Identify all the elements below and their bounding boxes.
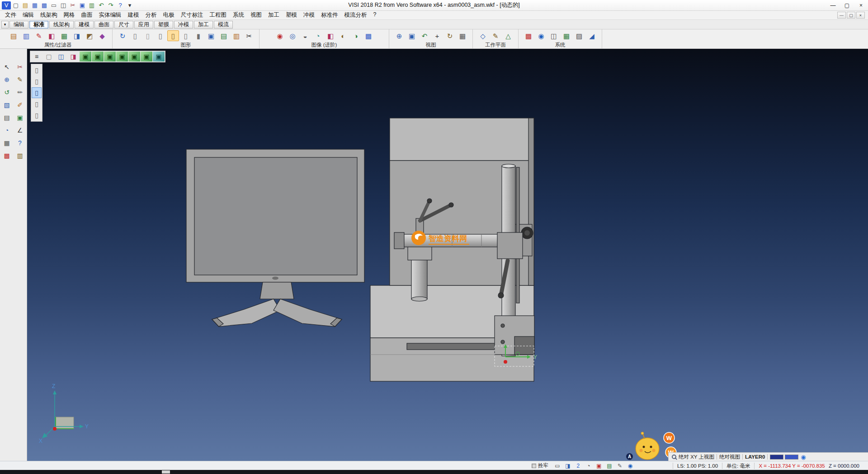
menu-view[interactable]: 视图 — [247, 10, 265, 20]
view-left-icon[interactable]: ▣ — [128, 52, 140, 62]
view-manager-icon[interactable]: ▦ — [457, 30, 468, 41]
save-file-icon[interactable]: ▦ — [30, 1, 39, 9]
view-mode-indicator[interactable]: 绝对 XY 上视图 — [679, 454, 714, 460]
help-icon[interactable]: ? — [116, 1, 125, 9]
view-iso-icon[interactable]: ▣ — [80, 52, 91, 62]
view-back-icon[interactable]: ▣ — [141, 52, 152, 62]
tab-modeling[interactable]: 建模 — [75, 21, 94, 28]
active-color-swatch[interactable] — [770, 455, 783, 460]
unblank-toggle-icon[interactable]: ▯ — [167, 30, 179, 41]
display-list-icon[interactable]: ≡ — [31, 52, 42, 62]
app-logo-icon[interactable]: V — [2, 1, 11, 9]
menu-mesh[interactable]: 网格 — [61, 10, 78, 20]
shaded-view-icon[interactable]: ◉ — [274, 30, 286, 41]
tab-surface[interactable]: 曲面 — [94, 21, 113, 28]
menu-wireframe[interactable]: 线架构 — [37, 10, 61, 20]
filter-elements-icon[interactable]: ◧ — [46, 30, 57, 41]
stamp-icon[interactable]: ▣ — [14, 111, 26, 123]
close-button[interactable]: × — [854, 0, 868, 10]
units-readout[interactable]: 单位: 毫米 — [722, 463, 754, 469]
pan-view-icon[interactable]: + — [431, 30, 443, 41]
filter-color-icon[interactable]: ◨ — [71, 30, 83, 41]
annotate-icon[interactable]: ✐ — [14, 99, 26, 111]
tab-application[interactable]: 应用 — [134, 21, 153, 28]
measure-icon[interactable]: ∠ — [14, 124, 26, 136]
viewport-canvas[interactable]: Y 智造资料网 — [27, 49, 868, 461]
layer-manager-icon[interactable]: ▤ — [218, 30, 230, 41]
rotate-view-icon[interactable]: ↻ — [444, 30, 456, 41]
view-top-icon[interactable]: ▣ — [92, 52, 104, 62]
show-elements-icon[interactable]: ▯ — [129, 30, 141, 41]
menu-surface[interactable]: 曲面 — [78, 10, 96, 20]
menu-modeling[interactable]: 建模 — [125, 10, 142, 20]
menu-flow-analysis[interactable]: 模流分析 — [341, 10, 370, 20]
dynamic-section-icon[interactable]: ◧ — [325, 30, 336, 41]
doc-close-button[interactable]: × — [856, 12, 865, 19]
attribute-edit-icon[interactable]: ▤ — [8, 30, 19, 41]
tab-dimension[interactable]: 尺寸 — [114, 21, 133, 28]
screen-icon[interactable]: ▭ — [553, 462, 562, 469]
attribute-copy-icon[interactable]: ▥ — [20, 30, 32, 41]
material-cube-icon[interactable]: ▣ — [594, 462, 604, 469]
doc-minimize-button[interactable]: — — [837, 12, 846, 19]
render-mode-icon[interactable]: ◨ — [67, 52, 79, 62]
filter-slot-5-icon[interactable]: ▯ — [32, 110, 42, 121]
group-manager-icon[interactable]: ▥ — [231, 30, 242, 41]
preview-icon[interactable]: ◫ — [59, 1, 68, 9]
annotate-pen-icon[interactable]: ✎ — [615, 462, 624, 469]
maximize-button[interactable]: ▢ — [840, 0, 854, 10]
doc-restore-button[interactable]: ▢ — [847, 12, 855, 19]
workplane-create-icon[interactable]: ◇ — [477, 30, 489, 41]
grid-settings-icon[interactable]: ▦ — [561, 30, 572, 41]
tab-machining[interactable]: 加工 — [194, 21, 213, 28]
minimize-button[interactable]: — — [826, 0, 840, 10]
blank-viewport-icon[interactable]: ▢ — [43, 52, 55, 62]
world-icon[interactable]: ◉ — [626, 462, 635, 469]
menu-analysis[interactable]: 分析 — [142, 10, 160, 20]
erase-icon[interactable]: ✂ — [14, 61, 26, 73]
tab-overflow-dropdown[interactable]: ▾ — [1, 21, 9, 28]
toolbar-options-icon[interactable]: ▾ — [125, 1, 134, 9]
hide-elements-icon[interactable]: ▯ — [142, 30, 154, 41]
search-icon[interactable] — [672, 455, 676, 459]
texture-view-icon[interactable]: ▩ — [363, 30, 374, 41]
tab-plastic[interactable]: 塑膜 — [154, 21, 173, 28]
info-icon[interactable]: ? — [14, 137, 26, 149]
selection-mask-icon[interactable]: ◩ — [84, 30, 95, 41]
active-layer-indicator[interactable]: LAYER0 — [745, 454, 765, 460]
history-count[interactable]: 2 — [574, 462, 583, 469]
color-palette-icon[interactable]: ▩ — [523, 30, 534, 41]
menu-machining[interactable]: 加工 — [265, 10, 283, 20]
model-viewport[interactable]: Y 智造资料网 — [27, 49, 868, 461]
render-setup-icon[interactable]: ◐ — [337, 30, 349, 41]
menu-stamping[interactable]: 冲模 — [300, 10, 318, 20]
attribute-paint-icon[interactable]: ✎ — [33, 30, 45, 41]
save-all-icon[interactable]: ▩ — [40, 1, 49, 9]
paste-icon[interactable]: ▥ — [87, 1, 96, 9]
undo-icon[interactable]: ↶ — [97, 1, 106, 9]
zoom-window-icon[interactable]: ▣ — [406, 30, 418, 41]
filter-layer-icon[interactable]: ▦ — [58, 30, 70, 41]
menu-drafting[interactable]: 工程图 — [207, 10, 230, 20]
lock-toggle[interactable]: 拴牢 — [532, 462, 548, 469]
copy-icon[interactable]: ▣ — [78, 1, 87, 9]
view-front-icon[interactable]: ▣ — [104, 52, 116, 62]
display-box-icon[interactable]: ▣ — [205, 30, 217, 41]
blank-all-icon[interactable]: ▯ — [180, 30, 192, 41]
tab-wireframe[interactable]: 线架构 — [49, 21, 74, 28]
hidden-line-icon[interactable]: ◒ — [299, 30, 311, 41]
view-right-icon[interactable]: ▣ — [116, 52, 128, 62]
tab-standard[interactable]: 标准 — [29, 21, 48, 28]
trim-display-icon[interactable]: ✂ — [243, 30, 255, 41]
filter-slot-3-icon[interactable]: ▯ — [32, 87, 42, 98]
element-visibility-icon[interactable]: ▮ — [193, 30, 204, 41]
menu-molding[interactable]: 塑模 — [283, 10, 300, 20]
transparent-view-icon[interactable]: ◔ — [312, 30, 324, 41]
zoom-all-icon[interactable]: ⊕ — [393, 30, 405, 41]
open-file-icon[interactable]: ▤ — [21, 1, 30, 9]
solid-box-icon[interactable]: ▧ — [0, 99, 13, 111]
rotate-item-icon[interactable]: ↺ — [0, 86, 13, 98]
workplane-align-icon[interactable]: △ — [502, 30, 514, 41]
grid-snap-icon[interactable]: ▦ — [0, 137, 13, 149]
perspective-icon[interactable]: ◢ — [586, 30, 598, 41]
